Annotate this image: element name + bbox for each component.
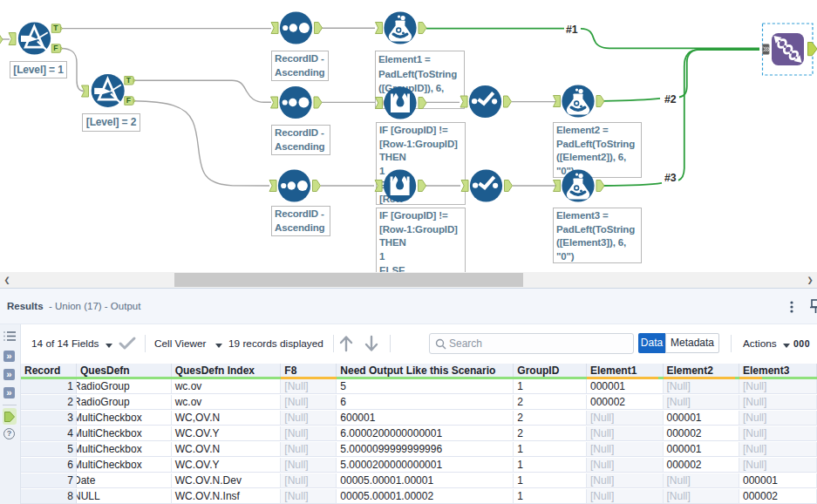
- svg-text:F: F: [126, 96, 131, 105]
- svg-text:#1: #1: [566, 24, 578, 36]
- svg-text:T: T: [53, 24, 58, 32]
- svg-text:#2: #2: [664, 93, 677, 106]
- svg-text:T: T: [126, 76, 132, 85]
- svg-text:F: F: [53, 44, 58, 52]
- svg-text:#3: #3: [664, 172, 677, 184]
